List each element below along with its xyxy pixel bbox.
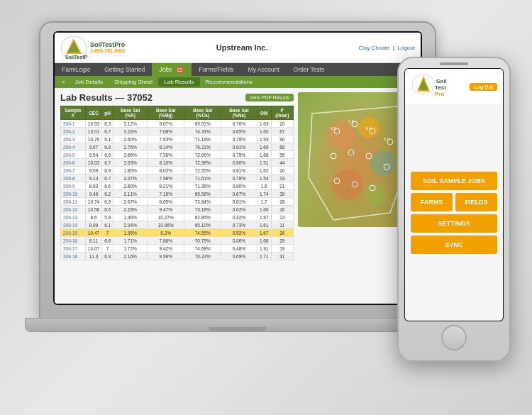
svg-point-9 xyxy=(332,169,363,200)
farms-button[interactable]: FARMS xyxy=(411,193,453,211)
cell-9-4: 7.18% xyxy=(148,190,184,198)
cell-11-3: 2.23% xyxy=(113,206,148,214)
cell-11-0: 208-12 xyxy=(61,206,86,214)
cell-7-7: 1.54 xyxy=(257,175,271,182)
scene: SoilTestPro SoilTestPro 1-888-781-8001 U… xyxy=(0,0,532,415)
nav-order-tests[interactable]: Order Tests xyxy=(287,63,332,76)
cell-13-3: 2.04% xyxy=(113,221,148,229)
cell-8-6: 0.80% xyxy=(221,182,257,190)
cell-3-5: 76.21% xyxy=(184,143,221,151)
logout-link[interactable]: Logout xyxy=(398,45,415,51)
cell-14-6: 0.52% xyxy=(221,229,257,237)
svg-text:Pro: Pro xyxy=(435,91,444,97)
cell-14-8: 26 xyxy=(271,229,293,237)
table-row: 208-89.146.72.07%7.98%71.61%0.78%1.5433 xyxy=(61,175,294,182)
soil-sample-jobs-button[interactable]: SOIL SAMPLE JOBS xyxy=(411,172,497,190)
cell-0-2: 6.3 xyxy=(102,120,113,128)
cell-5-5: 72.98% xyxy=(184,159,221,167)
subnav-recommendations[interactable]: Recommendations xyxy=(200,77,259,87)
subnav-back[interactable]: « xyxy=(57,77,69,87)
cell-15-7: 1.68 xyxy=(257,237,271,245)
cell-8-8: 21 xyxy=(271,182,293,190)
cell-7-0: 208-8 xyxy=(61,175,86,182)
nav-my-account[interactable]: My Account xyxy=(241,63,287,76)
cell-17-0: 208-18 xyxy=(61,253,86,260)
phone-app: Soil Test Pro Log Out SOIL SAMPLE JOBS F… xyxy=(405,69,503,321)
cell-7-4: 7.98% xyxy=(148,175,184,182)
cell-15-4: 7.86% xyxy=(148,237,184,245)
fields-button[interactable]: FIELDS xyxy=(455,193,497,211)
cell-11-7: 1.66 xyxy=(257,206,271,214)
cell-6-7: 1.62 xyxy=(257,167,271,175)
subnav-job-details[interactable]: Job Details xyxy=(69,77,109,87)
cell-1-0: 208-2 xyxy=(61,128,86,135)
cell-13-2: 6.1 xyxy=(102,221,113,229)
cell-17-5: 70.22% xyxy=(184,253,221,260)
cell-2-2: 6.1 xyxy=(102,135,113,143)
cell-12-1: 8.6 xyxy=(85,214,101,221)
view-pdf-button[interactable]: View PDF Results xyxy=(245,94,294,101)
cell-1-4: 7.08% xyxy=(148,128,184,135)
table-row: 208-213.016.73.22%7.08%74.33%0.65%1.6567 xyxy=(61,128,294,135)
cell-6-6: 0.81% xyxy=(221,167,257,175)
col-cec: CEC xyxy=(85,106,101,120)
phone-logo-icon: Soil Test Pro xyxy=(411,73,453,100)
cell-3-1: 9.67 xyxy=(85,143,101,151)
cell-10-6: 0.81% xyxy=(221,198,257,206)
nav-farms-fields[interactable]: Farms/Fields xyxy=(192,63,240,76)
cell-5-1: 10.03 xyxy=(85,159,101,167)
cell-8-4: 8.21% xyxy=(148,182,184,190)
web-nav: FarmLogic Getting Started Jobs 22 Farms/… xyxy=(55,63,421,76)
cell-7-6: 0.78% xyxy=(221,175,257,182)
logo-phone: 1-888-781-8001 xyxy=(90,48,126,53)
svg-text:8.5: 8.5 xyxy=(331,126,337,131)
cell-17-2: 6.3 xyxy=(102,253,113,260)
subnav-shipping[interactable]: Shipping Sheet xyxy=(109,77,158,87)
phone-logout-button[interactable]: Log Out xyxy=(470,83,497,91)
cell-14-5: 74.55% xyxy=(184,229,221,237)
cell-13-7: 1.61 xyxy=(257,221,271,229)
cell-1-5: 74.33% xyxy=(184,128,221,135)
web-subnav: « Job Details Shipping Sheet Lab Results… xyxy=(55,76,421,88)
cell-3-6: 0.81% xyxy=(221,143,257,151)
cell-14-1: 10.47 xyxy=(85,229,101,237)
cell-7-3: 2.07% xyxy=(113,175,148,182)
nav-getting-started[interactable]: Getting Started xyxy=(97,63,152,76)
col-p: P (lb/ac) xyxy=(271,106,293,120)
cell-15-0: 208-16 xyxy=(61,237,86,245)
cell-10-0: 208-11 xyxy=(61,198,86,206)
phone-home-button[interactable] xyxy=(441,325,467,350)
cell-3-7: 1.69 xyxy=(257,143,271,151)
table-row: 208-1811.36.32.16%9.99%70.22%0.69%1.7131 xyxy=(61,253,294,260)
cell-8-7: 1.6 xyxy=(257,182,271,190)
cell-11-2: 6.6 xyxy=(102,206,113,214)
cell-8-1: 8.93 xyxy=(85,182,101,190)
nav-farmlogic[interactable]: FarmLogic xyxy=(55,63,97,76)
cell-12-6: 0.42% xyxy=(221,214,257,221)
cell-11-6: 0.62% xyxy=(221,206,257,214)
settings-button[interactable]: SETTINGS xyxy=(411,214,497,233)
svg-text:Soil: Soil xyxy=(436,78,447,84)
soiltest-logo-icon: SoilTestPro xyxy=(60,35,87,60)
cell-11-8: 16 xyxy=(271,206,293,214)
subnav-lab-results[interactable]: Lab Results xyxy=(158,77,199,87)
cell-16-2: 7 xyxy=(102,245,113,253)
page-title: Lab Results — 37052 xyxy=(60,92,153,103)
cell-0-3: 3.12% xyxy=(113,120,148,128)
cell-8-5: 71.36% xyxy=(184,182,221,190)
table-row: 208-79.096.91.85%8.02%72.55%0.81%1.6220 xyxy=(61,167,294,175)
cell-13-1: 8.99 xyxy=(85,221,101,229)
svg-text:6.4: 6.4 xyxy=(366,126,372,131)
cell-7-2: 6.7 xyxy=(102,175,113,182)
cell-3-0: 208-4 xyxy=(61,143,86,151)
cell-15-2: 6.6 xyxy=(102,237,113,245)
cell-12-3: 1.46% xyxy=(113,214,148,221)
cell-12-2: 5.9 xyxy=(102,214,113,221)
cell-16-5: 74.68% xyxy=(184,245,221,253)
cell-12-4: 10.27% xyxy=(148,214,184,221)
col-ph: pH xyxy=(102,106,113,120)
table-row: 208-109.466.22.11%7.18%69.58%0.67%1.7439 xyxy=(61,190,294,198)
nav-jobs[interactable]: Jobs 22 xyxy=(152,63,192,76)
cell-5-8: 44 xyxy=(271,159,293,167)
sync-button[interactable]: SYNC xyxy=(411,236,497,254)
